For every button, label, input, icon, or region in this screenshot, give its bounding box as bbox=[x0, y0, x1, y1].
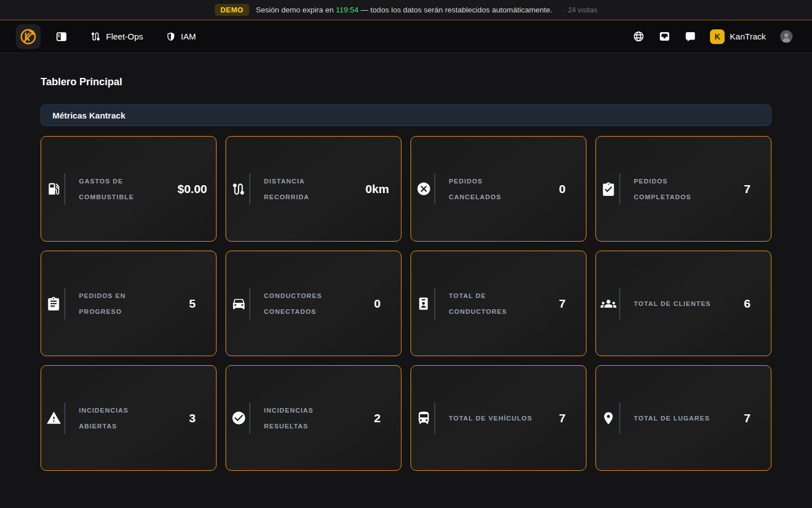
metric-value: 6 bbox=[731, 297, 763, 310]
demo-message: Sesión demo expira en 119:54 — todos los… bbox=[256, 6, 553, 14]
metric-label-line: Conductores bbox=[264, 288, 322, 304]
metric-label: Total de Vehículos bbox=[449, 410, 532, 426]
people-group-icon bbox=[601, 296, 616, 312]
nav-item-fleet-ops[interactable]: Fleet-Ops bbox=[90, 31, 143, 42]
metric-card-conductores-conectados: Conductores Conectados 0 bbox=[226, 251, 401, 356]
card-divider bbox=[619, 402, 620, 434]
user-avatar-icon[interactable] bbox=[780, 30, 793, 43]
metric-value: 5 bbox=[176, 297, 208, 310]
metric-label: Total de Conductores bbox=[449, 288, 507, 319]
map-pin-icon bbox=[601, 410, 616, 426]
kantrack-logo[interactable] bbox=[16, 24, 41, 49]
metric-label-line: Progreso bbox=[79, 304, 126, 319]
metric-value: 2 bbox=[361, 411, 393, 425]
main-content: Tablero Principal Métricas Kantrack Gast… bbox=[0, 76, 812, 471]
metric-value: 7 bbox=[731, 182, 763, 196]
card-divider bbox=[434, 288, 435, 319]
metric-label-line: Recorrida bbox=[264, 189, 309, 205]
globe-icon[interactable] bbox=[633, 30, 645, 42]
metric-card-incidencias-abiertas: Incidencias Abiertas 3 bbox=[41, 365, 217, 471]
page-title: Tablero Principal bbox=[41, 76, 771, 88]
bus-icon bbox=[416, 410, 431, 426]
metric-card-distancia-recorrida: Distancia Recorrida 0km bbox=[226, 136, 401, 242]
card-divider bbox=[619, 173, 620, 205]
metric-value: 0 bbox=[361, 297, 393, 310]
clipboard-check-icon bbox=[601, 181, 616, 197]
card-divider bbox=[434, 173, 435, 205]
metric-label-line: Conectados bbox=[264, 304, 322, 319]
metric-label-line: Completados bbox=[634, 189, 691, 205]
metric-card-pedidos-completados: Pedidos Completados 7 bbox=[595, 136, 771, 242]
metrics-section-header: Métricas Kantrack bbox=[41, 104, 771, 126]
metrics-grid: Gastos de Combustible $0.00 Distancia Re… bbox=[41, 136, 771, 471]
metrics-section-title: Métricas Kantrack bbox=[52, 111, 125, 120]
warning-triangle-icon bbox=[46, 410, 61, 426]
clipboard-list-icon bbox=[46, 296, 61, 312]
visit-counter: · 24 visitas bbox=[564, 6, 598, 14]
metric-value: 7 bbox=[546, 297, 578, 310]
metric-label: Distancia Recorrida bbox=[264, 173, 309, 205]
metric-label-line: Pedidos en bbox=[79, 288, 126, 304]
metric-label-line: Total de Lugares bbox=[634, 410, 710, 426]
metric-card-total-conductores: Total de Conductores 7 bbox=[411, 251, 586, 356]
fuel-pump-icon bbox=[46, 181, 61, 197]
demo-time-remaining: 119:54 bbox=[336, 6, 359, 14]
demo-message-suffix: — todos los datos serán restablecidos au… bbox=[361, 6, 553, 14]
card-divider bbox=[434, 402, 435, 434]
metric-card-total-vehiculos: Total de Vehículos 7 bbox=[411, 365, 586, 471]
metric-label-line: Total de bbox=[449, 288, 507, 304]
nav-item-label: IAM bbox=[181, 32, 196, 41]
metric-label-line: Gastos de bbox=[79, 173, 134, 189]
metric-label: Pedidos en Progreso bbox=[79, 288, 126, 319]
metric-label-line: Total de Vehículos bbox=[449, 410, 532, 426]
sidebar-toggle-icon[interactable] bbox=[55, 30, 68, 43]
card-divider bbox=[249, 402, 250, 434]
metric-card-pedidos-en-progreso: Pedidos en Progreso 5 bbox=[41, 251, 217, 356]
metric-card-total-clientes: Total de Clientes 6 bbox=[595, 251, 771, 356]
metric-label-line: Abiertas bbox=[79, 418, 129, 434]
account-avatar-badge: K bbox=[710, 29, 725, 44]
metric-value: 3 bbox=[176, 411, 208, 425]
metric-label: Gastos de Combustible bbox=[79, 173, 134, 205]
card-divider bbox=[64, 173, 65, 205]
demo-message-prefix: Sesión demo expira en bbox=[256, 6, 334, 14]
metric-value: $0.00 bbox=[176, 182, 208, 196]
inbox-icon[interactable] bbox=[659, 30, 670, 42]
metric-label: Pedidos Completados bbox=[634, 173, 691, 205]
metric-label: Incidencias Resueltas bbox=[264, 402, 314, 434]
demo-banner: DEMO Sesión demo expira en 119:54 — todo… bbox=[0, 0, 812, 20]
nav-item-label: Fleet-Ops bbox=[106, 32, 143, 41]
account-menu[interactable]: K KanTrack bbox=[710, 29, 766, 44]
nav-item-iam[interactable]: IAM bbox=[166, 32, 196, 42]
metric-label-line: Incidencias bbox=[264, 402, 314, 418]
card-divider bbox=[64, 288, 65, 319]
check-circle-icon bbox=[231, 410, 246, 426]
metric-label-line: Cancelados bbox=[449, 189, 501, 205]
metric-card-gastos-combustible: Gastos de Combustible $0.00 bbox=[41, 136, 217, 242]
metric-value: 7 bbox=[546, 411, 578, 425]
metric-card-total-lugares: Total de Lugares 7 bbox=[595, 365, 771, 471]
metric-value: 0km bbox=[361, 182, 393, 196]
metric-label: Conductores Conectados bbox=[264, 288, 322, 319]
account-name: KanTrack bbox=[730, 32, 766, 41]
metric-label-line: Pedidos bbox=[449, 173, 501, 189]
chat-icon[interactable] bbox=[685, 31, 696, 42]
metric-label-line: Total de Clientes bbox=[634, 296, 711, 312]
shield-icon bbox=[166, 32, 176, 42]
card-divider bbox=[619, 288, 620, 319]
metric-value: 7 bbox=[731, 411, 763, 425]
card-divider bbox=[64, 402, 65, 434]
car-icon bbox=[231, 296, 246, 312]
card-divider bbox=[249, 173, 250, 205]
metric-label-line: Resueltas bbox=[264, 418, 314, 434]
metric-card-incidencias-resueltas: Incidencias Resueltas 2 bbox=[226, 365, 401, 471]
metric-value: 0 bbox=[546, 182, 578, 196]
metric-label: Total de Clientes bbox=[634, 296, 711, 312]
metric-label-line: Combustible bbox=[79, 189, 134, 205]
metric-label: Total de Lugares bbox=[634, 410, 710, 426]
metric-label: Pedidos Cancelados bbox=[449, 173, 501, 205]
route-icon bbox=[231, 181, 246, 197]
id-badge-icon bbox=[416, 296, 431, 312]
cancel-circle-icon bbox=[416, 181, 431, 197]
card-divider bbox=[249, 288, 250, 319]
